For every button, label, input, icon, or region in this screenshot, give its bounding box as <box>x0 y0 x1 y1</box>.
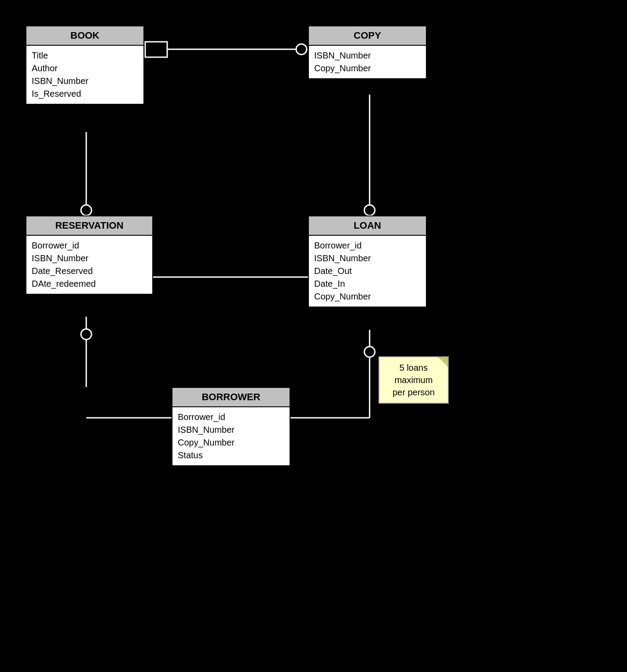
loan-field-date-in: Date_In <box>314 278 421 290</box>
field-is-reserved: Is_Reserved <box>32 88 138 100</box>
loan-field-copy-number: Copy_Number <box>314 290 421 303</box>
reservation-entity-title: RESERVATION <box>26 216 152 236</box>
copy-entity-title: COPY <box>309 26 426 46</box>
copy-entity: COPY ISBN_Number Copy_Number <box>308 26 427 79</box>
field-isbn: ISBN_Number <box>32 75 138 88</box>
field-title: Title <box>32 49 138 62</box>
loan-field-isbn: ISBN_Number <box>314 252 421 265</box>
loan-entity-title: LOAN <box>309 216 426 236</box>
svg-point-2 <box>296 44 307 55</box>
loan-entity: LOAN Borrower_id ISBN_Number Date_Out Da… <box>308 215 427 307</box>
reservation-entity: RESERVATION Borrower_id ISBN_Number Date… <box>26 215 153 295</box>
svg-point-4 <box>81 205 92 215</box>
loans-note: 5 loansmaximumper person <box>378 356 449 404</box>
res-field-borrower-id: Borrower_id <box>32 239 147 252</box>
copy-field-isbn: ISBN_Number <box>314 49 421 62</box>
book-entity: BOOK Title Author ISBN_Number Is_Reserve… <box>26 26 144 105</box>
copy-field-number: Copy_Number <box>314 62 421 75</box>
res-field-date-redeemed: DAte_redeemed <box>32 278 147 290</box>
res-field-date-reserved: Date_Reserved <box>32 265 147 278</box>
bor-field-status: Status <box>178 449 284 462</box>
loan-field-date-out: Date_Out <box>314 265 421 278</box>
loan-field-borrower-id: Borrower_id <box>314 239 421 252</box>
borrower-entity-title: BORROWER <box>172 388 290 407</box>
field-author: Author <box>32 62 138 75</box>
res-field-isbn: ISBN_Number <box>32 252 147 265</box>
svg-point-9 <box>81 329 92 340</box>
svg-rect-0 <box>145 42 167 57</box>
bor-field-copy-number: Copy_Number <box>178 436 284 449</box>
borrower-entity-fields: Borrower_id ISBN_Number Copy_Number Stat… <box>172 407 290 465</box>
bor-field-isbn: ISBN_Number <box>178 424 284 436</box>
loans-note-text: 5 loansmaximumper person <box>392 363 435 397</box>
svg-point-13 <box>364 347 375 357</box>
copy-entity-fields: ISBN_Number Copy_Number <box>309 46 426 78</box>
book-entity-fields: Title Author ISBN_Number Is_Reserved <box>26 46 143 104</box>
bor-field-borrower-id: Borrower_id <box>178 411 284 424</box>
borrower-entity: BORROWER Borrower_id ISBN_Number Copy_Nu… <box>172 387 290 466</box>
book-entity-title: BOOK <box>26 26 143 46</box>
svg-point-6 <box>364 205 375 215</box>
reservation-entity-fields: Borrower_id ISBN_Number Date_Reserved DA… <box>26 236 152 294</box>
loan-entity-fields: Borrower_id ISBN_Number Date_Out Date_In… <box>309 236 426 307</box>
